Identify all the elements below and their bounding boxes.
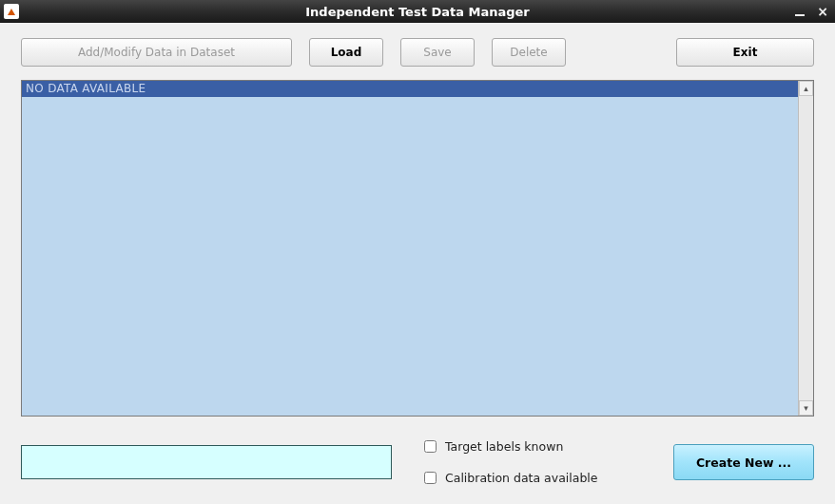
- content-area: Add/Modify Data in Dataset Load Save Del…: [0, 23, 835, 504]
- list-item[interactable]: NO DATA AVAILABLE: [22, 81, 798, 97]
- calibration-checkbox[interactable]: [424, 472, 437, 484]
- options-column: Target labels known Calibration data ava…: [420, 437, 598, 487]
- create-new-button[interactable]: Create New ...: [673, 444, 814, 480]
- delete-button: Delete: [492, 38, 566, 67]
- load-button[interactable]: Load: [309, 38, 383, 67]
- window-title: Independent Test Data Manager: [0, 5, 835, 19]
- app-icon: [4, 4, 19, 19]
- dataset-list: NO DATA AVAILABLE ▴ ▾: [21, 80, 814, 417]
- dataset-name-input[interactable]: [21, 445, 392, 479]
- exit-button[interactable]: Exit: [676, 38, 814, 67]
- target-labels-label: Target labels known: [445, 439, 563, 454]
- scroll-track[interactable]: [799, 96, 813, 400]
- scroll-down-icon[interactable]: ▾: [799, 400, 813, 416]
- minimize-icon[interactable]: [791, 7, 808, 16]
- dataset-list-body[interactable]: NO DATA AVAILABLE: [22, 81, 798, 416]
- target-labels-checkbox[interactable]: [424, 440, 437, 453]
- save-button: Save: [400, 38, 475, 67]
- close-icon[interactable]: ×: [814, 4, 831, 19]
- vertical-scrollbar[interactable]: ▴ ▾: [798, 81, 813, 416]
- bottom-panel: Target labels known Calibration data ava…: [21, 437, 814, 487]
- add-modify-button: Add/Modify Data in Dataset: [21, 38, 292, 67]
- calibration-label: Calibration data available: [445, 471, 598, 485]
- scroll-up-icon[interactable]: ▴: [799, 81, 813, 96]
- window-controls: ×: [791, 4, 831, 19]
- calibration-row[interactable]: Calibration data available: [420, 469, 598, 487]
- toolbar: Add/Modify Data in Dataset Load Save Del…: [21, 38, 814, 67]
- target-labels-row[interactable]: Target labels known: [420, 437, 598, 456]
- title-bar: Independent Test Data Manager ×: [0, 0, 835, 23]
